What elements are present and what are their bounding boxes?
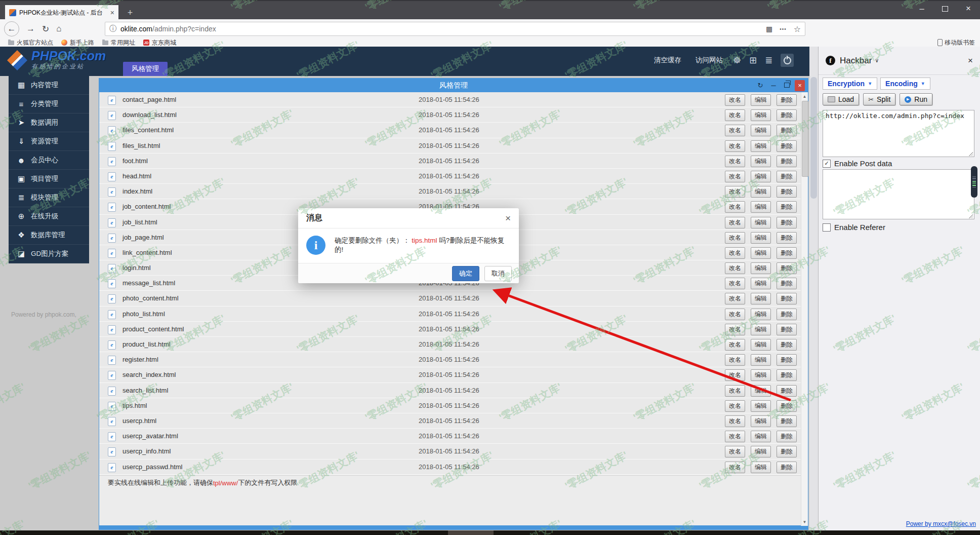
rename-button[interactable]: 改名 xyxy=(725,354,745,366)
edit-button[interactable]: 编辑 xyxy=(751,462,771,473)
rename-button[interactable]: 改名 xyxy=(725,400,745,412)
rename-button[interactable]: 改名 xyxy=(725,293,745,304)
delete-button[interactable]: 删除 xyxy=(777,201,797,213)
edit-button[interactable]: 编辑 xyxy=(751,293,771,304)
rename-button[interactable]: 改名 xyxy=(725,171,745,182)
delete-button[interactable]: 删除 xyxy=(777,385,797,397)
delete-button[interactable]: 删除 xyxy=(777,247,797,259)
rename-button[interactable]: 改名 xyxy=(725,109,745,121)
checkbox-checked-icon[interactable]: ✓ xyxy=(823,160,831,168)
scrollbar-thumb[interactable] xyxy=(802,101,808,177)
delete-button[interactable]: 删除 xyxy=(777,339,797,351)
rename-button[interactable]: 改名 xyxy=(725,309,745,320)
rename-button[interactable]: 改名 xyxy=(725,462,745,473)
inner-minimize-icon[interactable]: ─ xyxy=(768,82,779,89)
window-restore-button[interactable] xyxy=(933,1,957,16)
encryption-menu[interactable]: Encryption▼ xyxy=(823,78,877,90)
edit-button[interactable]: 编辑 xyxy=(751,369,771,381)
sidebar-item[interactable]: ⇓资源管理 xyxy=(9,132,89,151)
enable-post-checkbox[interactable]: ✓ Enable Post data xyxy=(823,159,892,168)
edit-button[interactable]: 编辑 xyxy=(751,446,771,457)
page-actions-icon[interactable]: ••• xyxy=(780,26,787,32)
rename-button[interactable]: 改名 xyxy=(725,415,745,427)
apps-grid-icon[interactable]: ⊞ xyxy=(749,55,757,66)
edit-button[interactable]: 编辑 xyxy=(751,247,771,259)
rename-button[interactable]: 改名 xyxy=(725,262,745,274)
delete-button[interactable]: 删除 xyxy=(777,171,797,182)
sidebar-item[interactable]: ⊕在线升级 xyxy=(9,207,89,226)
page-scrollbar-thumb[interactable] xyxy=(810,77,817,199)
inner-restore-icon[interactable] xyxy=(782,82,792,89)
rename-button[interactable]: 改名 xyxy=(725,232,745,244)
edit-button[interactable]: 编辑 xyxy=(751,171,771,182)
home-button[interactable]: ⌂ xyxy=(56,24,61,34)
rename-button[interactable]: 改名 xyxy=(725,186,745,198)
bookmark-star-icon[interactable]: ☆ xyxy=(794,24,801,34)
edit-button[interactable]: 编辑 xyxy=(751,400,771,412)
delete-button[interactable]: 删除 xyxy=(777,431,797,442)
delete-button[interactable]: 删除 xyxy=(777,156,797,167)
edit-button[interactable]: 编辑 xyxy=(751,140,771,152)
back-button[interactable]: ← xyxy=(4,21,19,36)
edit-button[interactable]: 编辑 xyxy=(751,324,771,335)
edit-button[interactable]: 编辑 xyxy=(751,232,771,244)
rename-button[interactable]: 改名 xyxy=(725,446,745,457)
sidebar-item[interactable]: ❖数据库管理 xyxy=(9,226,89,245)
run-button[interactable]: ▶Run xyxy=(900,93,932,105)
hackbar-url-input[interactable] xyxy=(823,110,974,157)
bookmark-item[interactable]: 新手上路 xyxy=(61,39,94,47)
clear-cache-link[interactable]: 清空缓存 xyxy=(654,56,681,65)
reload-button[interactable]: ↻ xyxy=(42,24,49,34)
rename-button[interactable]: 改名 xyxy=(725,201,745,213)
tab-style-manage[interactable]: 风格管理 xyxy=(123,62,168,76)
rename-button[interactable]: 改名 xyxy=(725,324,745,335)
encoding-menu[interactable]: Encoding▼ xyxy=(880,78,930,90)
url-bar[interactable]: ⓘ oklite.com /admin.php?c=index ▩ ••• ☆ xyxy=(105,22,805,36)
settings-gear-icon[interactable]: ☸ xyxy=(733,55,741,66)
load-button[interactable]: Load xyxy=(823,93,859,105)
edit-button[interactable]: 编辑 xyxy=(751,431,771,442)
qr-code-icon[interactable]: ▩ xyxy=(766,25,772,33)
sidebar-item[interactable]: ≡分类管理 xyxy=(9,95,89,113)
bookmark-item[interactable]: 火狐官方站点 xyxy=(8,39,53,47)
sidebar-item[interactable]: ☻会员中心 xyxy=(9,151,89,170)
rename-button[interactable]: 改名 xyxy=(725,385,745,397)
edit-button[interactable]: 编辑 xyxy=(751,354,771,366)
hackbar-post-input[interactable] xyxy=(823,169,974,219)
scroll-down-icon[interactable]: ▼ xyxy=(801,518,808,526)
edit-button[interactable]: 编辑 xyxy=(751,125,771,136)
edit-button[interactable]: 编辑 xyxy=(751,109,771,121)
sidebar-item[interactable]: ▦内容管理 xyxy=(9,76,89,95)
dialog-close-icon[interactable]: × xyxy=(505,213,511,224)
edit-button[interactable]: 编辑 xyxy=(751,415,771,427)
window-title-bar[interactable]: 风格管理 xyxy=(99,79,808,92)
rename-button[interactable]: 改名 xyxy=(725,278,745,289)
hackbar-powered-link[interactable]: Power by mxcx@fosec.vn xyxy=(906,520,976,527)
edit-button[interactable]: 编辑 xyxy=(751,278,771,289)
rename-button[interactable]: 改名 xyxy=(725,125,745,136)
visit-site-link[interactable]: 访问网站 xyxy=(696,56,723,65)
scroll-indicator[interactable] xyxy=(971,166,977,198)
logout-power-button[interactable] xyxy=(781,54,794,67)
delete-button[interactable]: 删除 xyxy=(777,217,797,228)
edit-button[interactable]: 编辑 xyxy=(751,201,771,213)
edit-button[interactable]: 编辑 xyxy=(751,262,771,274)
sidebar-item[interactable]: ▣项目管理 xyxy=(9,170,89,188)
delete-button[interactable]: 删除 xyxy=(777,186,797,198)
delete-button[interactable]: 删除 xyxy=(777,125,797,136)
inner-refresh-icon[interactable]: ↻ xyxy=(755,82,765,89)
cancel-button[interactable]: 取消 xyxy=(484,266,512,281)
window-minimize-button[interactable]: ─ xyxy=(910,1,933,16)
delete-button[interactable]: 删除 xyxy=(777,462,797,473)
edit-button[interactable]: 编辑 xyxy=(751,339,771,351)
delete-button[interactable]: 删除 xyxy=(777,293,797,304)
tab-close-icon[interactable]: × xyxy=(110,9,114,16)
delete-button[interactable]: 删除 xyxy=(777,309,797,320)
rename-button[interactable]: 改名 xyxy=(725,156,745,167)
edit-button[interactable]: 编辑 xyxy=(751,156,771,167)
mobile-bookmarks[interactable]: 移动版书签 xyxy=(937,39,975,47)
delete-button[interactable]: 删除 xyxy=(777,140,797,152)
rename-button[interactable]: 改名 xyxy=(725,431,745,442)
window-scrollbar[interactable]: ▲ ▼ xyxy=(801,92,808,526)
edit-button[interactable]: 编辑 xyxy=(751,186,771,198)
